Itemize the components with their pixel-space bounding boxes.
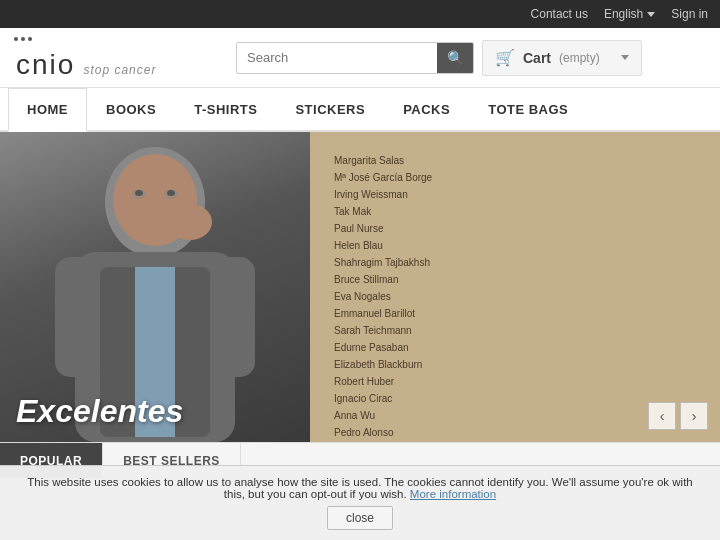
author-16: Anna Wu xyxy=(334,407,696,424)
cart-status: (empty) xyxy=(559,51,600,65)
author-4: Tak Mak xyxy=(334,203,696,220)
logo-dots xyxy=(14,37,32,41)
header: cnio stop cancer 🔍 🛒 Cart (empty) xyxy=(0,28,720,88)
author-13: Elizabeth Blackburn xyxy=(334,356,696,373)
cart-label: Cart xyxy=(523,50,551,66)
nav-home[interactable]: HOME xyxy=(8,88,87,132)
nav-stickers[interactable]: STICKERS xyxy=(276,88,384,130)
topbar: Contact us English Sign in xyxy=(0,0,720,28)
cookie-more-info-link[interactable]: More information xyxy=(410,488,496,500)
cookie-banner: This website uses cookies to allow us to… xyxy=(0,465,720,540)
search-area: 🔍 🛒 Cart (empty) xyxy=(236,40,704,76)
signin-link[interactable]: Sign in xyxy=(671,7,708,21)
carousel-arrows: ‹ › xyxy=(648,402,708,430)
language-dropdown-arrow xyxy=(647,12,655,17)
search-box[interactable]: 🔍 xyxy=(236,42,474,74)
nav-totebags[interactable]: TOTE BAGS xyxy=(469,88,587,130)
logo-dot-2 xyxy=(21,37,25,41)
hero-book-cover: Margarita Salas Mª José García Borge Irv… xyxy=(310,132,720,442)
author-15: Ignacio Cirac xyxy=(334,390,696,407)
language-label: English xyxy=(604,7,643,21)
hero-image: Excelentes Margarita Salas Mª José Garcí… xyxy=(0,132,720,442)
svg-point-8 xyxy=(167,190,175,196)
author-17: Pedro Alonso xyxy=(334,424,696,441)
logo: cnio stop cancer xyxy=(16,37,156,79)
search-button[interactable]: 🔍 xyxy=(437,42,473,74)
author-12: Edurne Pasaban xyxy=(334,339,696,356)
hero-photo: Excelentes xyxy=(0,132,310,442)
search-input[interactable] xyxy=(237,43,437,73)
prev-arrow-button[interactable]: ‹ xyxy=(648,402,676,430)
author-14: Robert Huber xyxy=(334,373,696,390)
logo-area[interactable]: cnio stop cancer xyxy=(16,37,236,79)
logo-dot-3 xyxy=(28,37,32,41)
author-3: Irving Weissman xyxy=(334,186,696,203)
svg-point-7 xyxy=(135,190,143,196)
svg-rect-2 xyxy=(55,257,105,377)
logo-cnio-text: cnio xyxy=(16,51,75,79)
author-6: Helen Blau xyxy=(334,237,696,254)
book-authors-list: Margarita Salas Mª José García Borge Irv… xyxy=(334,152,696,442)
next-arrow-button[interactable]: › xyxy=(680,402,708,430)
cart-dropdown-arrow xyxy=(621,55,629,60)
author-11: Sarah Teichmann xyxy=(334,322,696,339)
cookie-text: This website uses cookies to allow us to… xyxy=(27,476,693,500)
svg-point-9 xyxy=(168,204,212,240)
nav-packs[interactable]: PACKS xyxy=(384,88,469,130)
svg-rect-3 xyxy=(205,257,255,377)
navbar: HOME BOOKS T-SHIRTS STICKERS PACKS TOTE … xyxy=(0,88,720,132)
author-2: Mª José García Borge xyxy=(334,169,696,186)
author-7: Shahragim Tajbakhsh xyxy=(334,254,696,271)
cookie-close-button[interactable]: close xyxy=(327,506,393,530)
cart-widget[interactable]: 🛒 Cart (empty) xyxy=(482,40,642,76)
author-10: Emmanuel Barillot xyxy=(334,305,696,322)
contact-link[interactable]: Contact us xyxy=(531,7,588,21)
language-selector[interactable]: English xyxy=(604,7,655,21)
logo-dot-1 xyxy=(14,37,18,41)
hero-title-overlay: Excelentes xyxy=(0,381,310,442)
author-1: Margarita Salas xyxy=(334,152,696,169)
author-8: Bruce Stillman xyxy=(334,271,696,288)
author-5: Paul Nurse xyxy=(334,220,696,237)
nav-books[interactable]: BOOKS xyxy=(87,88,175,130)
hero-title: Excelentes xyxy=(16,393,183,429)
hero-section: Excelentes Margarita Salas Mª José Garcí… xyxy=(0,132,720,442)
author-9: Eva Nogales xyxy=(334,288,696,305)
search-icon: 🔍 xyxy=(447,50,464,66)
author-18: Diane Simeone xyxy=(334,441,696,442)
logo-subtitle: stop cancer xyxy=(83,63,156,77)
cart-icon: 🛒 xyxy=(495,48,515,67)
nav-tshirts[interactable]: T-SHIRTS xyxy=(175,88,276,130)
